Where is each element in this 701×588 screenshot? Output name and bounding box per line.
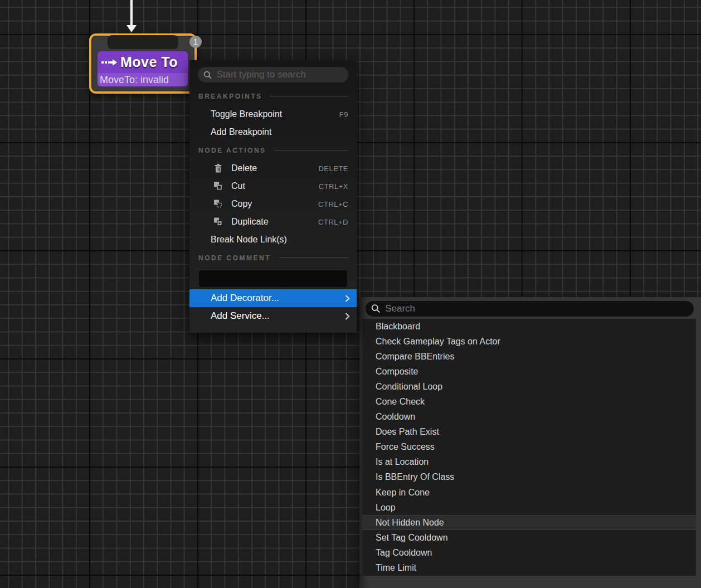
menu-item-copy[interactable]: Copy CTRL+C — [189, 195, 357, 213]
cut-icon — [213, 182, 223, 191]
decorator-item[interactable]: Loop — [362, 500, 696, 515]
menu-item-add-decorator[interactable]: Add Decorator... — [189, 289, 357, 307]
decorator-item[interactable]: Composite — [362, 364, 696, 379]
menu-item-cut[interactable]: Cut CTRL+X — [189, 177, 357, 195]
decorator-item[interactable]: Blackboard — [362, 319, 696, 334]
graph-canvas[interactable]: 1 Move To MoveTo: invalid BREAKPOINTS T — [0, 0, 701, 588]
decorator-item[interactable]: Does Path Exist — [362, 425, 696, 440]
chevron-right-icon — [345, 312, 350, 320]
menu-item-add-breakpoint[interactable]: Add Breakpoint — [189, 123, 357, 141]
section-node-actions: NODE ACTIONS — [189, 141, 357, 159]
decorator-item[interactable]: Is BBEntry Of Class — [362, 470, 696, 485]
menu-item-add-service[interactable]: Add Service... — [189, 307, 357, 325]
menu-item-duplicate[interactable]: Duplicate CTRL+D — [189, 213, 357, 231]
decorator-item[interactable]: Compare BBEntries — [362, 349, 696, 364]
decorator-item[interactable]: Force Success — [362, 440, 696, 455]
decorator-item[interactable]: Set Tag Cooldown — [362, 530, 696, 545]
node-input-wire — [130, 0, 133, 26]
decorator-item[interactable]: Is at Location — [362, 455, 696, 470]
node-name-field[interactable] — [108, 35, 178, 49]
node-context-menu: BREAKPOINTS Toggle Breakpoint F9 Add Bre… — [189, 60, 357, 333]
move-to-node[interactable]: 1 Move To MoveTo: invalid — [89, 33, 197, 94]
menu-item-delete[interactable]: Delete DELETE — [189, 159, 357, 177]
decorator-item[interactable]: Tag Cooldown — [362, 545, 696, 560]
decorator-submenu: Blackboard Check Gameplay Tags on Actor … — [360, 297, 701, 588]
search-icon — [203, 70, 212, 80]
decorator-search-input[interactable] — [385, 303, 688, 314]
search-icon — [371, 304, 381, 314]
decorator-item[interactable]: Check Gameplay Tags on Actor — [362, 334, 696, 349]
chevron-right-icon — [345, 294, 350, 303]
decorator-item[interactable]: Keep in Cone — [362, 485, 696, 500]
node-order-badge: 1 — [189, 36, 202, 48]
decorator-item[interactable]: Cone Check — [362, 394, 696, 409]
section-breakpoints: BREAKPOINTS — [189, 87, 357, 105]
decorator-item[interactable]: Cooldown — [362, 410, 696, 425]
node-header[interactable]: Move To — [98, 51, 188, 73]
decorator-item-hovered[interactable]: Not Hidden Node — [362, 515, 696, 530]
context-menu-search[interactable] — [198, 67, 348, 82]
context-search-input[interactable] — [216, 69, 343, 80]
duplicate-icon — [213, 217, 223, 227]
decorator-search[interactable] — [366, 301, 694, 317]
menu-item-toggle-breakpoint[interactable]: Toggle Breakpoint F9 — [189, 105, 357, 123]
decorator-item[interactable]: Time Limit — [362, 561, 696, 576]
decorator-item[interactable]: Conditional Loop — [362, 379, 696, 394]
trash-icon — [213, 164, 223, 173]
wire-arrowhead-icon — [126, 25, 137, 32]
node-title: Move To — [120, 54, 178, 70]
task-arrow-icon — [101, 59, 117, 66]
node-subtitle: MoveTo: invalid — [98, 73, 188, 86]
copy-icon — [213, 200, 223, 209]
section-node-comment: NODE COMMENT — [189, 249, 357, 267]
menu-item-break-node-links[interactable]: Break Node Link(s) — [189, 231, 357, 249]
node-comment-input[interactable] — [199, 270, 347, 287]
decorator-list: Blackboard Check Gameplay Tags on Actor … — [362, 319, 696, 576]
